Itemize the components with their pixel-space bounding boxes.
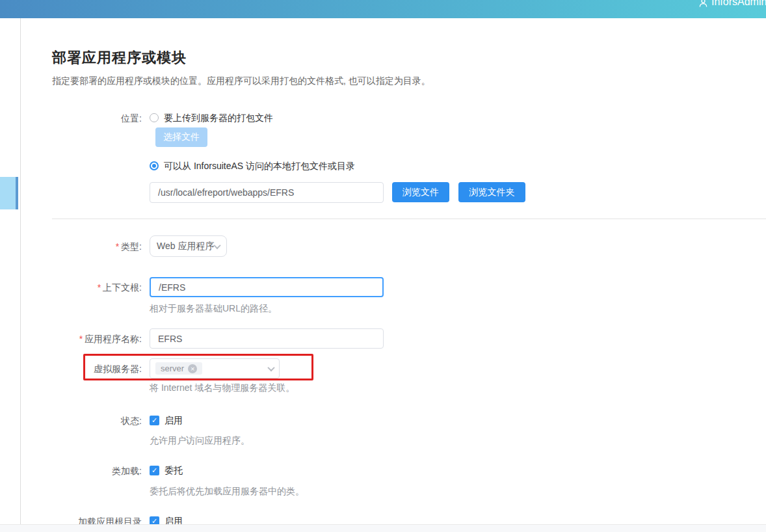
radio-checked-icon[interactable] <box>150 161 159 170</box>
browse-folder-button[interactable]: 浏览文件夹 <box>458 182 525 202</box>
type-select[interactable]: Web 应用程序 <box>150 235 227 257</box>
status-enable-checkbox-row[interactable]: ✓ 启用 <box>150 414 183 427</box>
annotation-highlight-box <box>83 354 313 380</box>
status-enable-label: 启用 <box>165 414 183 427</box>
choose-file-button[interactable]: 选择文件 <box>155 127 207 147</box>
app-name-label-text: 应用程序名称: <box>85 334 142 344</box>
class-loading-help: 委托后将优先加载应用服务器中的类。 <box>150 486 304 498</box>
section-divider <box>52 219 766 219</box>
radio-unchecked-icon[interactable] <box>150 113 159 122</box>
user-name-label: InforsAdmin <box>711 0 766 8</box>
type-select-value: Web 应用程序 <box>157 241 214 252</box>
required-asterisk: * <box>98 282 101 293</box>
sidebar-collapsed-tab[interactable] <box>0 177 18 209</box>
location-upload-option[interactable]: 要上传到服务器的打包文件 <box>150 111 273 124</box>
location-upload-option-label: 要上传到服务器的打包文件 <box>164 111 273 124</box>
type-label-text: 类型: <box>121 241 142 252</box>
context-root-input[interactable] <box>150 277 384 297</box>
required-asterisk: * <box>116 241 119 252</box>
context-root-help: 相对于服务器基础URL的路径。 <box>150 303 277 315</box>
browse-file-button[interactable]: 浏览文件 <box>392 182 449 202</box>
location-label: 位置: <box>52 112 142 125</box>
page-subtitle: 指定要部署的应用程序或模块的位置。应用程序可以采用打包的文件格式, 也可以指定为… <box>52 75 430 87</box>
status-help: 允许用户访问应用程序。 <box>150 435 250 447</box>
required-asterisk: * <box>79 334 83 344</box>
status-label: 状态: <box>52 414 142 427</box>
checkbox-checked-icon[interactable]: ✓ <box>150 466 159 475</box>
app-name-label: *应用程序名称: <box>52 332 142 345</box>
page-title: 部署应用程序或模块 <box>52 48 187 68</box>
virtual-server-help: 将 Internet 域名与物理服务器关联。 <box>150 382 295 394</box>
user-menu[interactable]: InforsAdmin <box>698 0 766 8</box>
context-root-label-text: 上下文根: <box>103 282 142 293</box>
checkbox-checked-icon[interactable]: ✓ <box>150 416 159 425</box>
sidebar-divider <box>20 18 21 524</box>
location-local-option[interactable]: 可以从 InforsuiteAS 访问的本地打包文件或目录 <box>150 159 355 172</box>
location-local-option-label: 可以从 InforsuiteAS 访问的本地打包文件或目录 <box>164 159 355 172</box>
top-header-bar: InforsAdmin <box>0 0 766 18</box>
page-bottom-edge <box>0 524 766 532</box>
class-loading-delegate-checkbox-row[interactable]: ✓ 委托 <box>150 464 183 477</box>
local-path-input[interactable] <box>150 182 384 203</box>
context-root-label: *上下文根: <box>52 281 142 294</box>
type-label: *类型: <box>52 240 142 253</box>
user-icon <box>698 0 708 8</box>
chevron-down-icon <box>213 241 220 248</box>
class-loading-delegate-label: 委托 <box>165 464 183 477</box>
class-loading-label: 类加载: <box>52 464 142 477</box>
app-name-input[interactable] <box>150 328 384 349</box>
deploy-application-page: InforsAdmin 部署应用程序或模块 指定要部署的应用程序或模块的位置。应… <box>0 0 766 532</box>
